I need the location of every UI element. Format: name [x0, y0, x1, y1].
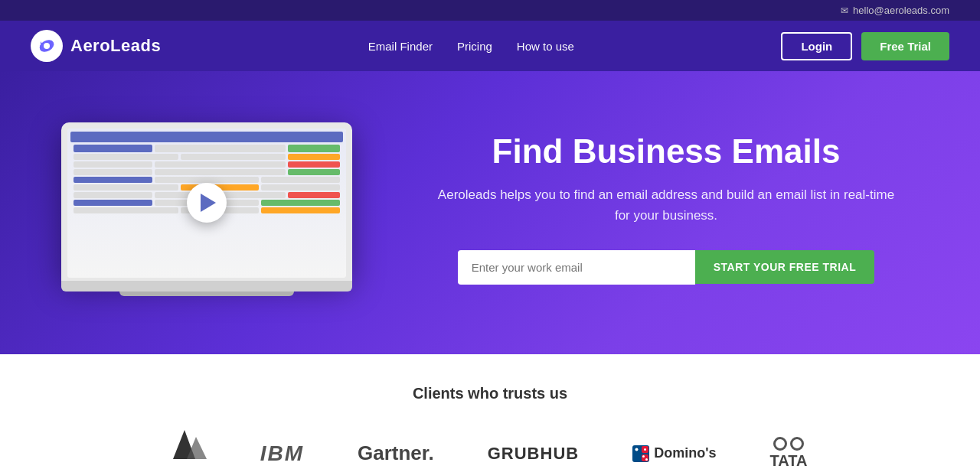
nav-pricing[interactable]: Pricing — [457, 40, 492, 53]
tata-logo-text: TATA — [769, 452, 807, 469]
play-icon — [201, 194, 216, 212]
header-actions: Login Free Trial — [781, 32, 949, 60]
svg-point-10 — [644, 448, 646, 451]
screen-content — [67, 129, 346, 278]
tata-circle-1 — [773, 437, 787, 451]
login-button[interactable]: Login — [781, 32, 852, 60]
hero-section: Find Business Emails Aeroleads helps you… — [0, 71, 980, 354]
dominos-logo: Domino's — [632, 445, 716, 462]
clients-logos: Adobe IBM Gartner. GRUBHUB — [46, 430, 934, 469]
play-button[interactable] — [187, 183, 227, 223]
grubhub-logo-text: GRUBHUB — [488, 444, 579, 464]
logo-text: AeroLeads — [70, 36, 161, 56]
svg-point-1 — [44, 43, 50, 49]
hero-title: Find Business Emails — [398, 133, 934, 170]
laptop-stand — [119, 291, 294, 296]
hero-content: Find Business Emails Aeroleads helps you… — [398, 133, 934, 285]
email-input[interactable] — [458, 250, 695, 285]
clients-title: Clients who trusts us — [46, 385, 934, 402]
client-ibm: IBM — [260, 441, 304, 466]
logo-area: AeroLeads — [31, 30, 161, 62]
adobe-icon — [173, 430, 207, 466]
laptop-base — [61, 281, 352, 291]
svg-point-7 — [635, 448, 639, 451]
free-trial-button[interactable]: Free Trial — [861, 32, 949, 60]
svg-rect-9 — [642, 454, 648, 461]
client-adobe: Adobe — [173, 430, 207, 469]
client-gartner: Gartner. — [358, 441, 434, 465]
gartner-logo-text: Gartner. — [358, 441, 434, 465]
tata-circle-2 — [790, 437, 804, 451]
client-grubhub: GRUBHUB — [488, 444, 579, 464]
main-nav: Email Finder Pricing How to use — [368, 40, 574, 53]
start-trial-button[interactable]: START YOUR FREE TRIAL — [695, 250, 875, 284]
client-dominos: Domino's — [632, 445, 716, 462]
hero-subtitle: Aeroleads helps you to find an email add… — [398, 184, 934, 226]
ibm-logo-text: IBM — [260, 441, 304, 466]
contact-email[interactable]: hello@aeroleads.com — [853, 5, 949, 16]
nav-how-to-use[interactable]: How to use — [517, 40, 574, 53]
header: AeroLeads Email Finder Pricing How to us… — [0, 21, 980, 71]
svg-point-12 — [645, 458, 648, 461]
laptop-shell — [61, 122, 352, 281]
hero-cta: START YOUR FREE TRIAL — [398, 250, 934, 285]
nav-email-finder[interactable]: Email Finder — [368, 40, 433, 53]
tata-circles — [773, 437, 804, 451]
top-bar: ✉ hello@aeroleads.com — [0, 0, 980, 21]
laptop-screen — [67, 129, 346, 278]
svg-point-11 — [642, 455, 645, 458]
laptop-illustration — [61, 122, 352, 296]
logo-icon — [31, 30, 63, 62]
dominos-label: Domino's — [654, 445, 716, 461]
client-tata: TATA — [769, 437, 807, 469]
email-icon: ✉ — [841, 5, 848, 16]
clients-section: Clients who trusts us Adobe IBM Gartner.… — [0, 354, 980, 469]
